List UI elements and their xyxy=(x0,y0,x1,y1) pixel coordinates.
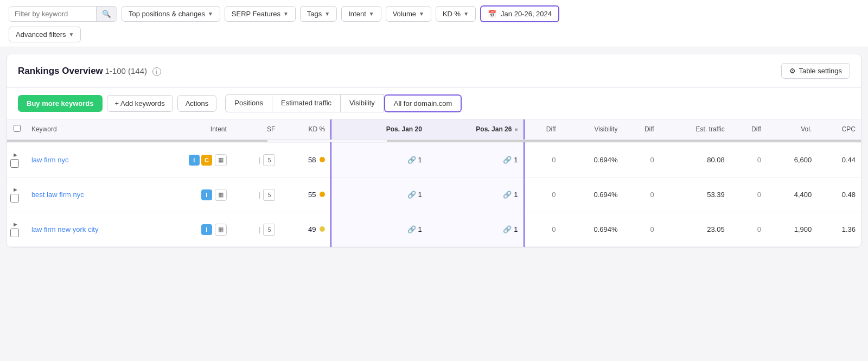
diff3-cell: 0 xyxy=(730,178,767,212)
visibility-cell: 0.694% xyxy=(561,212,623,247)
rankings-table: Keyword Intent SF KD % Pos. Jan 20 Pos. … xyxy=(7,119,861,247)
pos-jan20-col-header: Pos. Jan 20 xyxy=(331,119,427,140)
pos-jan26-cell: 🔗 1 xyxy=(427,212,524,247)
keyword-search-input[interactable] xyxy=(9,7,96,21)
link-icon: 🔗 xyxy=(407,191,416,199)
pos-jan26-col-header: Pos. Jan 26 ≡ xyxy=(427,119,524,140)
sf-cell: | 5 xyxy=(232,178,281,212)
sort-icon[interactable]: ≡ xyxy=(515,126,518,132)
intent-col-header: Intent xyxy=(145,119,232,140)
buy-keywords-button[interactable]: Buy more keywords xyxy=(18,95,103,112)
kd-value: 55 xyxy=(308,191,316,199)
expand-row-button[interactable]: ► xyxy=(10,220,21,229)
kd-value: 58 xyxy=(308,156,316,164)
diff2-cell: 0 xyxy=(623,178,660,212)
sf-col-header: SF xyxy=(232,119,281,140)
row-checkbox[interactable] xyxy=(10,229,19,237)
rankings-count: 1-100 (144) xyxy=(105,66,147,75)
info-icon[interactable]: i xyxy=(152,67,161,76)
advanced-filters-button[interactable]: Advanced filters ▼ xyxy=(9,27,81,42)
kd-cell: 55 xyxy=(280,178,331,212)
est-traffic-col-header: Est. traffic xyxy=(660,119,730,140)
cpc-cell: 0.48 xyxy=(817,178,861,212)
view-tab-group: Positions Estimated traffic Visibility A… xyxy=(225,94,462,112)
tab-positions[interactable]: Positions xyxy=(225,94,272,112)
intent-cell: IC ▦ xyxy=(145,143,232,178)
est-traffic-cell: 80.08 xyxy=(660,143,730,178)
pipe-separator: | xyxy=(259,225,260,233)
pos-jan20-cell: 🔗 1 xyxy=(331,143,427,178)
diff1-col-header: Diff xyxy=(524,119,561,140)
diff1-cell: 0 xyxy=(524,143,561,178)
sf-count-badge: 5 xyxy=(263,154,275,166)
diff2-col-header: Diff xyxy=(623,119,660,140)
expand-row-button[interactable]: ► xyxy=(10,150,21,159)
pipe-separator: | xyxy=(259,156,260,164)
keyword-search-wrapper: 🔍 xyxy=(9,6,117,22)
diff1-cell: 0 xyxy=(524,212,561,247)
pos-jan20-cell: 🔗 1 xyxy=(331,178,427,212)
pos-jan20-value: 1 xyxy=(418,225,422,233)
keyword-link[interactable]: law firm nyc xyxy=(31,156,69,164)
add-keywords-button[interactable]: + Add keywords xyxy=(107,95,173,112)
keyword-link[interactable]: law firm new york city xyxy=(31,225,99,233)
chevron-down-icon: ▼ xyxy=(419,11,424,17)
pos-jan20-cell: 🔗 1 xyxy=(331,212,427,247)
tab-estimated-traffic[interactable]: Estimated traffic xyxy=(272,94,341,112)
toolbar: Buy more keywords + Add keywords Actions… xyxy=(7,88,861,119)
search-button[interactable]: 🔍 xyxy=(96,7,117,21)
intent-filter[interactable]: Intent ▼ xyxy=(341,6,381,22)
pos-jan26-cell: 🔗 1 xyxy=(427,178,524,212)
tab-visibility[interactable]: Visibility xyxy=(341,94,384,112)
volume-filter[interactable]: Volume ▼ xyxy=(386,6,431,22)
top-positions-filter[interactable]: Top positions & changes ▼ xyxy=(122,6,220,22)
serp-features-filter[interactable]: SERP Features ▼ xyxy=(225,6,296,22)
table-row: ► law firm new york city I ▦ | 5 49 🔗 xyxy=(7,212,861,247)
intent-badge: I xyxy=(201,224,212,235)
intent-badge: C xyxy=(201,155,212,166)
diff2-cell: 0 xyxy=(623,143,660,178)
keyword-cell: best law firm nyc xyxy=(26,178,145,212)
intent-cell: I ▦ xyxy=(145,178,232,212)
intent-badge: I xyxy=(201,189,212,200)
link-icon: 🔗 xyxy=(503,225,512,233)
actions-button[interactable]: Actions xyxy=(177,95,217,112)
date-range-filter[interactable]: 📅 Jan 20-26, 2024 xyxy=(480,5,559,22)
link-icon: 🔗 xyxy=(503,191,512,199)
pos-jan26-cell: 🔗 1 xyxy=(427,143,524,178)
vol-cell: 6,600 xyxy=(767,143,817,178)
diff1-cell: 0 xyxy=(524,178,561,212)
tab-domain[interactable]: All for domain.com xyxy=(384,94,462,112)
tags-filter[interactable]: Tags ▼ xyxy=(300,6,337,22)
cpc-cell: 0.44 xyxy=(817,143,861,178)
table-settings-button[interactable]: ⚙ Table settings xyxy=(781,63,851,79)
diff2-cell: 0 xyxy=(623,212,660,247)
keyword-cell: law firm nyc xyxy=(26,143,145,178)
cpc-cell: 1.36 xyxy=(817,212,861,247)
chevron-down-icon: ▼ xyxy=(283,11,289,17)
diff3-cell: 0 xyxy=(730,212,767,247)
keyword-link[interactable]: best law firm nyc xyxy=(31,191,84,199)
expand-row-button[interactable]: ► xyxy=(10,185,21,194)
rankings-title: Rankings Overview xyxy=(18,66,103,76)
est-traffic-cell: 53.39 xyxy=(660,178,730,212)
pipe-separator: | xyxy=(259,191,260,199)
kd-cell: 49 xyxy=(280,212,331,247)
row-checkbox[interactable] xyxy=(10,194,19,202)
vol-col-header: Vol. xyxy=(767,119,817,140)
filter-row: 🔍 Top positions & changes ▼ SERP Feature… xyxy=(9,5,859,22)
chevron-down-icon: ▼ xyxy=(69,31,74,37)
chevron-down-icon: ▼ xyxy=(369,11,374,17)
row-checkbox[interactable] xyxy=(10,159,19,168)
select-all-col xyxy=(7,119,26,140)
visibility-cell: 0.694% xyxy=(561,178,623,212)
pos-jan26-value: 1 xyxy=(514,191,518,199)
kd-filter[interactable]: KD % ▼ xyxy=(436,6,476,22)
sf-frame-icon: ▦ xyxy=(215,189,227,201)
sf-frame-icon: ▦ xyxy=(215,224,227,236)
row-controls: ► xyxy=(7,143,26,178)
select-all-checkbox[interactable] xyxy=(14,125,21,132)
pos-jan20-value: 1 xyxy=(418,191,422,199)
keyword-cell: law firm new york city xyxy=(26,212,145,247)
main-content: Rankings Overview 1-100 (144) i ⚙ Table … xyxy=(7,54,861,248)
